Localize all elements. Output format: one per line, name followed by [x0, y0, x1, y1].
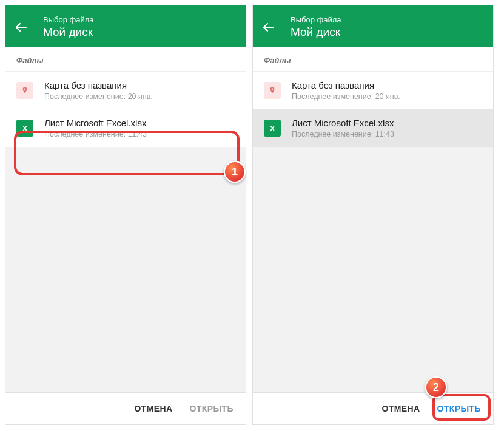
file-title: Лист Microsoft Excel.xlsx: [292, 118, 394, 128]
section-label-files: Файлы: [5, 47, 246, 72]
file-title: Карта без названия: [44, 80, 153, 90]
screen-right: Выбор файла Мой диск Файлы Карта без наз…: [252, 5, 494, 425]
file-meta: Карта без названия Последнее изменение: …: [44, 80, 153, 101]
file-list: Карта без названия Последнее изменение: …: [253, 72, 493, 147]
file-subtitle: Последнее изменение: 11:43: [292, 130, 394, 138]
header-titles: Выбор файла Мой диск: [43, 15, 94, 39]
empty-area: [253, 147, 493, 392]
excel-file-icon: X: [16, 120, 33, 137]
file-subtitle: Последнее изменение: 20 янв.: [44, 92, 153, 101]
header-subtitle: Выбор файла: [43, 15, 94, 24]
file-row-map[interactable]: Карта без названия Последнее изменение: …: [253, 72, 493, 109]
file-list: Карта без названия Последнее изменение: …: [5, 72, 246, 147]
file-title: Карта без названия: [292, 80, 400, 90]
screen-left: Выбор файла Мой диск Файлы Карта без наз…: [5, 5, 246, 425]
footer-actions: ОТМЕНА ОТКРЫТЬ: [253, 392, 493, 424]
empty-area: [5, 147, 246, 392]
file-row-map[interactable]: Карта без названия Последнее изменение: …: [5, 72, 246, 109]
file-subtitle: Последнее изменение: 20 янв.: [292, 92, 400, 101]
header-subtitle: Выбор файла: [291, 15, 341, 24]
cancel-button[interactable]: ОТМЕНА: [381, 404, 420, 413]
file-title: Лист Microsoft Excel.xlsx: [44, 118, 147, 128]
file-row-excel[interactable]: X Лист Microsoft Excel.xlsx Последнее из…: [253, 109, 493, 147]
open-button[interactable]: ОТКРЫТЬ: [437, 404, 481, 413]
excel-file-icon: X: [264, 120, 281, 137]
header-titles: Выбор файла Мой диск: [291, 15, 341, 39]
header-title: Мой диск: [291, 25, 341, 39]
map-pin-icon: [16, 82, 33, 99]
file-row-excel[interactable]: X Лист Microsoft Excel.xlsx Последнее из…: [5, 109, 246, 147]
back-arrow-icon[interactable]: [14, 20, 29, 35]
map-pin-icon: [264, 82, 281, 99]
app-header: Выбор файла Мой диск: [5, 5, 246, 47]
footer-actions: ОТМЕНА ОТКРЫТЬ: [5, 392, 246, 424]
file-meta: Лист Microsoft Excel.xlsx Последнее изме…: [292, 118, 394, 138]
section-label-files: Файлы: [253, 47, 493, 72]
header-title: Мой диск: [43, 25, 94, 39]
file-meta: Лист Microsoft Excel.xlsx Последнее изме…: [44, 118, 147, 138]
app-header: Выбор файла Мой диск: [253, 5, 493, 47]
back-arrow-icon[interactable]: [261, 20, 276, 35]
cancel-button[interactable]: ОТМЕНА: [134, 404, 172, 413]
open-button[interactable]: ОТКРЫТЬ: [190, 404, 234, 413]
file-meta: Карта без названия Последнее изменение: …: [292, 80, 400, 101]
file-subtitle: Последнее изменение: 11:43: [44, 130, 147, 138]
